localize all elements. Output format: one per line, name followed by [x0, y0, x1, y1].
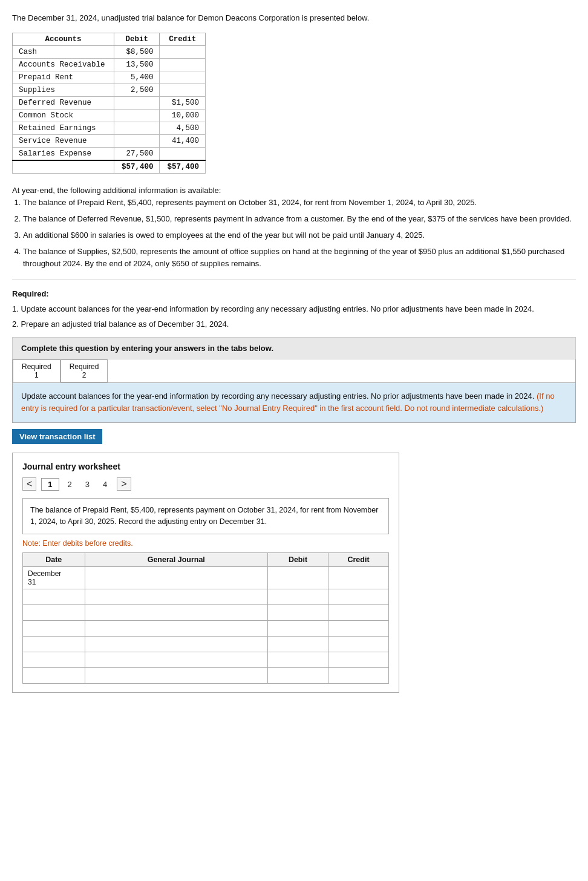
account-cell: Deferred Revenue [13, 96, 114, 109]
debit-cell: 5,400 [114, 71, 160, 84]
gj-cell[interactable] [85, 620, 268, 636]
debit-cell[interactable] [268, 620, 328, 636]
col-date-header: Date [23, 552, 85, 566]
debit-cell[interactable] [268, 589, 328, 604]
credit-cell [160, 71, 206, 84]
required-items: 1. Update account balances for the year-… [12, 303, 576, 331]
page-4[interactable]: 4 [98, 479, 112, 490]
credit-cell: 4,500 [160, 122, 206, 134]
credit-cell: 41,400 [160, 134, 206, 147]
scenario-box: The balance of Prepaid Rent, $5,400, rep… [22, 498, 389, 534]
credit-cell [160, 45, 206, 58]
gj-cell[interactable] [85, 636, 268, 652]
date-cell[interactable] [23, 667, 85, 683]
col-debit-header: Debit [268, 552, 328, 566]
debit-cell[interactable] [268, 667, 328, 683]
journal-row [23, 636, 389, 652]
required-item: 2. Prepare an adjusted trial balance as … [12, 318, 576, 331]
debit-cell: $8,500 [114, 45, 160, 58]
additional-info-list: The balance of Prepaid Rent, $5,400, rep… [23, 197, 576, 270]
list-item: The balance of Supplies, $2,500, represe… [23, 246, 576, 271]
tab-1[interactable]: Required 1 [13, 359, 60, 382]
debit-cell[interactable] [268, 636, 328, 652]
account-cell: Retained Earnings [13, 122, 114, 134]
credit-cell: $1,500 [160, 96, 206, 109]
credit-cell[interactable] [328, 667, 389, 683]
credit-cell[interactable] [328, 589, 389, 604]
prev-page-button[interactable]: < [22, 477, 36, 491]
next-page-button[interactable]: > [117, 477, 131, 491]
tab-2[interactable]: Required 2 [60, 359, 108, 382]
journal-tbody: December 31 [23, 566, 389, 683]
date-cell[interactable] [23, 620, 85, 636]
total-credit: $57,400 [160, 160, 206, 174]
table-row: Retained Earnings 4,500 [13, 122, 206, 134]
account-cell: Accounts Receivable [13, 58, 114, 71]
table-row: Cash $8,500 [13, 45, 206, 58]
debit-cell[interactable] [268, 566, 328, 589]
col-credit-header: Credit [328, 552, 389, 566]
gj-cell[interactable] [85, 667, 268, 683]
debit-cell [114, 122, 160, 134]
additional-info-section: At year-end, the following additional in… [12, 185, 576, 271]
gj-cell[interactable] [85, 566, 268, 589]
complete-question-box: Complete this question by entering your … [12, 337, 576, 359]
credit-cell[interactable] [328, 604, 389, 620]
tab-content-box: Update account balances for the year-end… [12, 383, 576, 424]
account-cell: Cash [13, 45, 114, 58]
date-cell[interactable] [23, 589, 85, 604]
date-cell[interactable] [23, 636, 85, 652]
scenario-text: The balance of Prepaid Rent, $5,400, rep… [30, 506, 378, 526]
journal-row [23, 604, 389, 620]
gj-cell[interactable] [85, 589, 268, 604]
journal-row: December 31 [23, 566, 389, 589]
table-row: Salaries Expense 27,500 [13, 147, 206, 160]
credit-cell [160, 58, 206, 71]
required-item: 1. Update account balances for the year-… [12, 303, 576, 316]
journal-row [23, 620, 389, 636]
list-item: The balance of Deferred Revenue, $1,500,… [23, 213, 576, 226]
gj-cell[interactable] [85, 652, 268, 667]
view-transaction-button[interactable]: View transaction list [12, 429, 102, 444]
account-cell: Common Stock [13, 109, 114, 122]
account-cell: Salaries Expense [13, 147, 114, 160]
debit-cell[interactable] [268, 604, 328, 620]
page-3[interactable]: 3 [80, 479, 94, 490]
total-label [13, 160, 114, 174]
worksheet-nav: < 1234 > [22, 477, 389, 491]
total-debit: $57,400 [114, 160, 160, 174]
credit-cell[interactable] [328, 620, 389, 636]
date-cell[interactable] [23, 652, 85, 667]
page-2[interactable]: 2 [63, 479, 77, 490]
list-item: An additional $600 in salaries is owed t… [23, 229, 576, 242]
credit-cell[interactable] [328, 636, 389, 652]
journal-row [23, 652, 389, 667]
credit-cell [160, 84, 206, 96]
trial-balance-table: Accounts Debit Credit Cash $8,500 Accoun… [12, 33, 206, 174]
intro-text: The December 31, 2024, unadjusted trial … [12, 12, 576, 24]
journal-row [23, 589, 389, 604]
debit-cell [114, 109, 160, 122]
journal-row [23, 667, 389, 683]
gj-cell[interactable] [85, 604, 268, 620]
col-gj-header: General Journal [85, 552, 268, 566]
credit-cell: 10,000 [160, 109, 206, 122]
account-cell: Supplies [13, 84, 114, 96]
col-header-credit: Credit [160, 33, 206, 45]
required-section: Required: 1. Update account balances for… [12, 288, 576, 330]
col-header-accounts: Accounts [13, 33, 114, 45]
credit-cell[interactable] [328, 652, 389, 667]
credit-cell[interactable] [328, 566, 389, 589]
page-1[interactable]: 1 [41, 478, 59, 491]
debit-cell [114, 96, 160, 109]
col-header-debit: Debit [114, 33, 160, 45]
date-cell[interactable]: December 31 [23, 566, 85, 589]
date-cell[interactable] [23, 604, 85, 620]
table-row: Common Stock 10,000 [13, 109, 206, 122]
table-row: Supplies 2,500 [13, 84, 206, 96]
required-label: Required: [12, 289, 49, 298]
account-cell: Service Revenue [13, 134, 114, 147]
tabs-row[interactable]: Required 1Required 2 [12, 359, 576, 383]
debit-cell[interactable] [268, 652, 328, 667]
page-numbers[interactable]: 1234 [41, 478, 112, 491]
